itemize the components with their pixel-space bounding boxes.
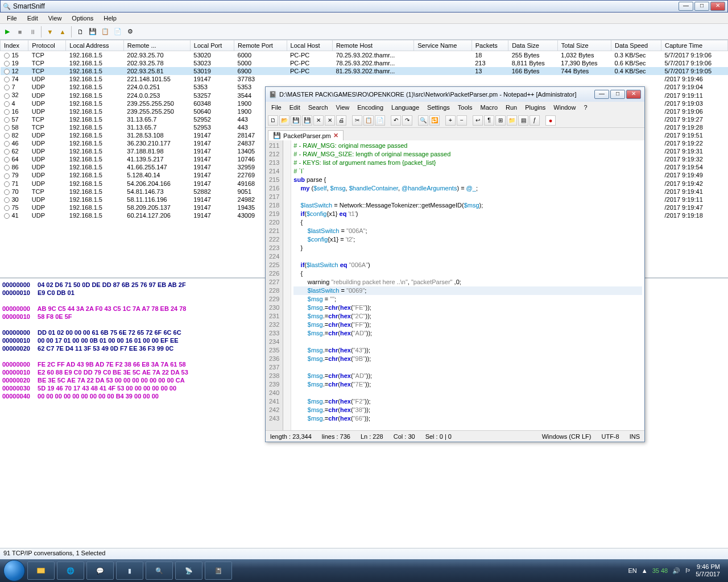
column-header[interactable]: Data Size: [508, 40, 558, 51]
start-button[interactable]: [3, 560, 25, 581]
table-row[interactable]: 19TCP192.168.1.5202.93.25.78530235000PC-…: [1, 59, 728, 67]
task-chrome[interactable]: 🌐: [57, 562, 84, 580]
npp-menu-help[interactable]: ?: [580, 103, 590, 112]
fold-column[interactable]: [283, 140, 291, 430]
npp-menu-language[interactable]: Language: [388, 103, 423, 112]
zoom-in-icon[interactable]: +: [445, 115, 456, 126]
column-header[interactable]: Capture Time: [661, 40, 727, 51]
play-icon[interactable]: ▶: [2, 27, 13, 37]
task-cmd[interactable]: ▮: [116, 562, 143, 580]
npp-editor[interactable]: 2112122132142152162172182192202212222232…: [266, 140, 644, 430]
npp-menu-edit[interactable]: Edit: [286, 103, 304, 112]
npp-titlebar[interactable]: 📓 D:\MASTER PACK\GAMES\RO\OPENKORE (1)\s…: [266, 87, 644, 102]
maximize-button[interactable]: □: [694, 2, 709, 11]
notepadpp-window[interactable]: 📓 D:\MASTER PACK\GAMES\RO\OPENKORE (1)\s…: [265, 86, 645, 442]
system-tray[interactable]: EN ▲ 35 48 🔊 🏳 9:46 PM 5/7/2017: [628, 563, 725, 578]
column-header[interactable]: Remote Host: [332, 40, 413, 51]
speaker-icon[interactable]: 🔊: [672, 567, 680, 575]
npp-minimize-button[interactable]: —: [594, 90, 609, 99]
table-row[interactable]: 12TCP192.168.1.5202.93.25.81530196900PC-…: [1, 67, 728, 75]
clock[interactable]: 9:46 PM 5/7/2017: [696, 563, 725, 578]
npp-menu-window[interactable]: Window: [550, 103, 579, 112]
npp-menu-plugins[interactable]: Plugins: [522, 103, 549, 112]
folder-icon[interactable]: 📁: [507, 115, 517, 126]
column-header[interactable]: Data Speed: [611, 40, 661, 51]
settings-icon[interactable]: ⚙: [125, 27, 135, 37]
npp-menu-tools[interactable]: Tools: [454, 103, 476, 112]
indent-guide-icon[interactable]: ⊞: [495, 115, 506, 126]
npp-menu-search[interactable]: Search: [305, 103, 332, 112]
npp-maximize-button[interactable]: □: [610, 90, 625, 99]
menu-options[interactable]: Options: [67, 14, 98, 23]
redo-icon[interactable]: ↷: [402, 115, 412, 126]
print-icon[interactable]: 🖨: [336, 115, 346, 126]
minimize-button[interactable]: —: [679, 2, 693, 11]
npp-menu-settings[interactable]: Settings: [424, 103, 453, 112]
column-header[interactable]: Local Address: [66, 40, 124, 51]
npp-close-button[interactable]: ✕: [626, 90, 641, 99]
doc-map-icon[interactable]: ▤: [518, 115, 528, 126]
windows-taskbar[interactable]: 🌐 💬 ▮ 🔍 📡 📓 EN ▲ 35 48 🔊 🏳 9:46 PM 5/7/2…: [0, 559, 728, 582]
show-all-icon[interactable]: ¶: [484, 115, 494, 126]
new-file-icon[interactable]: 🗋: [268, 115, 278, 126]
lang-indicator[interactable]: EN: [628, 567, 636, 574]
column-header[interactable]: Service Name: [414, 40, 471, 51]
new-icon[interactable]: 🗋: [75, 27, 85, 37]
record-macro-icon[interactable]: ●: [545, 115, 556, 126]
separator: [41, 26, 42, 38]
replace-icon[interactable]: 🔁: [429, 115, 440, 126]
task-smartsniff[interactable]: 📡: [175, 562, 202, 580]
npp-menu-macro[interactable]: Macro: [477, 103, 501, 112]
table-row[interactable]: 15TCP192.168.1.5202.93.25.70530206000PC-…: [1, 51, 728, 60]
save-icon[interactable]: 💾: [291, 115, 301, 126]
find-icon[interactable]: 🔍: [418, 115, 428, 126]
close-all-icon[interactable]: ✕: [325, 115, 335, 126]
column-header[interactable]: Remote ...: [123, 40, 190, 51]
filter-down-icon[interactable]: ▼: [45, 27, 55, 37]
zoom-out-icon[interactable]: −: [457, 115, 467, 126]
cut-icon[interactable]: ✂: [352, 115, 362, 126]
menu-help[interactable]: Help: [99, 14, 121, 23]
stop-icon[interactable]: ■: [15, 27, 25, 37]
column-header[interactable]: Index: [1, 40, 28, 51]
paste-icon[interactable]: 📄: [375, 115, 385, 126]
open-file-icon[interactable]: 📂: [279, 115, 289, 126]
task-notepadpp[interactable]: 📓: [205, 562, 232, 580]
column-header[interactable]: Remote Port: [234, 40, 287, 51]
code-area[interactable]: # - RAW_MSG: original message passed# - …: [291, 140, 644, 430]
task-discord[interactable]: 💬: [86, 562, 114, 580]
menu-file[interactable]: File: [2, 14, 22, 23]
column-header[interactable]: Local Port: [190, 40, 234, 51]
action-center-icon[interactable]: 🏳: [685, 567, 691, 574]
close-button[interactable]: ✕: [710, 2, 725, 11]
npp-menu-file[interactable]: File: [268, 103, 285, 112]
pause-icon[interactable]: ⏸: [27, 27, 38, 37]
npp-menu-view[interactable]: View: [333, 103, 353, 112]
save-all-icon[interactable]: 💾: [302, 115, 312, 126]
menu-edit[interactable]: Edit: [23, 14, 43, 23]
column-header[interactable]: Packets: [471, 40, 508, 51]
line-gutter: 2112122132142152162172182192202212222232…: [266, 140, 283, 430]
filter-up-icon[interactable]: ▲: [57, 27, 68, 37]
menu-view[interactable]: View: [44, 14, 67, 23]
task-explorer[interactable]: [27, 562, 55, 580]
hex-view[interactable]: 00000000 04 02 D6 71 50 0D DE DD 87 6B 2…: [0, 278, 262, 563]
copy-icon[interactable]: 📋: [100, 27, 110, 37]
column-header[interactable]: Local Host: [287, 40, 332, 51]
close-file-icon[interactable]: ✕: [313, 115, 324, 126]
npp-menu-run[interactable]: Run: [502, 103, 520, 112]
undo-icon[interactable]: ↶: [391, 115, 401, 126]
copy-icon[interactable]: 📋: [363, 115, 374, 126]
properties-icon[interactable]: 📄: [113, 27, 123, 37]
wordwrap-icon[interactable]: ↩: [473, 115, 483, 126]
column-header[interactable]: Total Size: [557, 40, 611, 51]
tab-packetparser[interactable]: 💾 PacketParser.pm ✕: [268, 130, 344, 140]
task-zoom[interactable]: 🔍: [146, 562, 173, 580]
table-row[interactable]: 74UDP192.168.1.5221.148.101.551914737783…: [1, 75, 728, 83]
npp-menu-encoding[interactable]: Encoding: [354, 103, 387, 112]
column-header[interactable]: Protocol: [28, 40, 66, 51]
function-list-icon[interactable]: ƒ: [530, 115, 540, 126]
tray-arrow-icon[interactable]: ▲: [642, 567, 648, 574]
tab-close-icon[interactable]: ✕: [333, 132, 338, 139]
save-icon[interactable]: 💾: [88, 27, 98, 37]
